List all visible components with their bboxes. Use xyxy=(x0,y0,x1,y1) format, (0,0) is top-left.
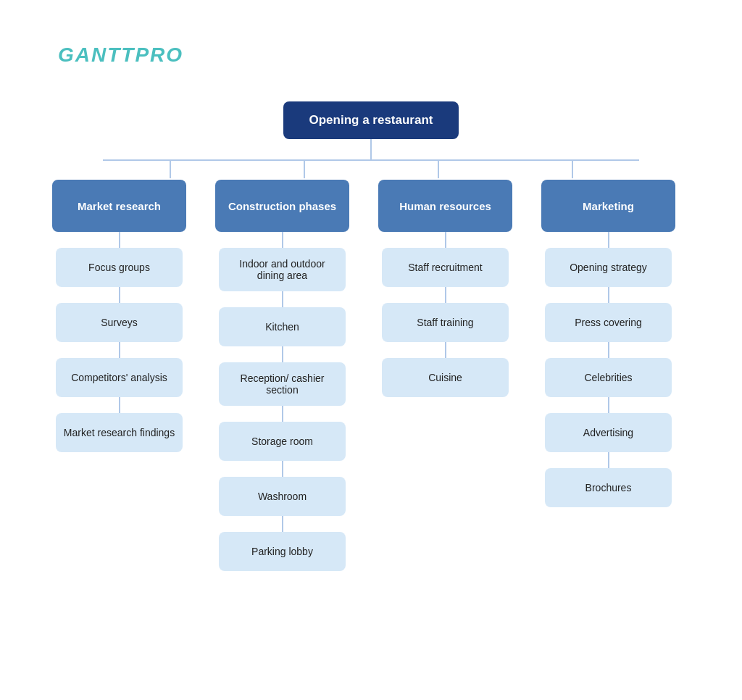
root-node: Opening a restaurant xyxy=(283,101,459,139)
connector xyxy=(282,291,283,307)
logo: GANTTPRO xyxy=(58,43,183,67)
child-node: Competitors' analysis xyxy=(56,358,183,397)
child-node: Washroom xyxy=(219,477,346,516)
branch-header-market-research: Market research xyxy=(52,180,186,232)
root-down-connector xyxy=(370,139,372,159)
child-node: Parking lobby xyxy=(219,532,346,571)
child-node: Brochures xyxy=(545,468,672,507)
connector xyxy=(119,287,120,303)
connector xyxy=(119,397,120,413)
branch-col-human-resources: Human resourcesStaff recruitmentStaff tr… xyxy=(371,180,520,397)
connector xyxy=(608,287,609,303)
connector xyxy=(608,232,609,248)
child-node: Market research findings xyxy=(56,413,183,452)
branch-col-marketing: MarketingOpening strategyPress coveringC… xyxy=(534,180,683,507)
connector xyxy=(608,342,609,358)
connector xyxy=(282,346,283,362)
h-connector xyxy=(103,159,639,161)
child-node: Advertising xyxy=(545,413,672,452)
connector xyxy=(282,461,283,477)
child-node: Opening strategy xyxy=(545,248,672,287)
child-node: Celebrities xyxy=(545,358,672,397)
connector xyxy=(282,516,283,532)
child-node: Storage room xyxy=(219,422,346,461)
chart-container: Opening a restaurant Market researchFocu… xyxy=(0,0,742,600)
child-node: Press covering xyxy=(545,303,672,342)
connector xyxy=(282,232,283,248)
connector xyxy=(608,452,609,468)
connector xyxy=(119,232,120,248)
child-node: Staff training xyxy=(382,303,509,342)
branch-header-human-resources: Human resources xyxy=(378,180,512,232)
connector xyxy=(445,287,446,303)
child-node: Surveys xyxy=(56,303,183,342)
child-node: Indoor and outdoor dining area xyxy=(219,248,346,291)
branches-row: Market researchFocus groupsSurveysCompet… xyxy=(45,180,697,571)
child-node: Kitchen xyxy=(219,307,346,346)
branch-header-marketing: Marketing xyxy=(541,180,675,232)
connector xyxy=(445,232,446,248)
child-node: Focus groups xyxy=(56,248,183,287)
child-node: Cuisine xyxy=(382,358,509,397)
connector xyxy=(282,406,283,422)
child-node: Reception/ cashier section xyxy=(219,362,346,406)
branch-col-construction-phases: Construction phasesIndoor and outdoor di… xyxy=(208,180,357,571)
connector xyxy=(119,342,120,358)
connector xyxy=(445,342,446,358)
branch-header-construction-phases: Construction phases xyxy=(215,180,349,232)
child-node: Staff recruitment xyxy=(382,248,509,287)
connector xyxy=(608,397,609,413)
branch-col-market-research: Market researchFocus groupsSurveysCompet… xyxy=(45,180,193,452)
